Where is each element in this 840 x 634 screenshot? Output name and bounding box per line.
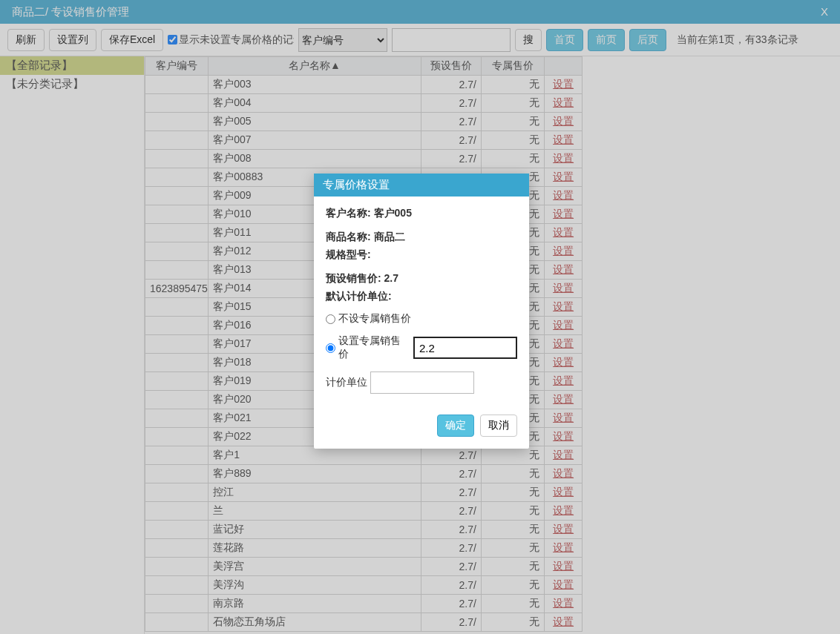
radio-yes-label: 设置专属销售价 <box>338 334 410 361</box>
set-price-link[interactable]: 设置 <box>553 189 574 201</box>
set-price-link[interactable]: 设置 <box>553 152 574 164</box>
cell-exclusive: 无 <box>481 521 544 539</box>
cell-id <box>145 539 209 558</box>
cell-id <box>145 205 209 224</box>
set-price-link[interactable]: 设置 <box>553 282 574 294</box>
set-price-link[interactable]: 设置 <box>553 263 574 275</box>
cell-action: 设置 <box>545 242 583 261</box>
sidebar: 【全部记录】【未分类记录】 <box>0 56 145 634</box>
set-price-link[interactable]: 设置 <box>553 78 574 90</box>
cell-id <box>145 576 209 595</box>
cell-action: 设置 <box>545 335 583 354</box>
set-price-link[interactable]: 设置 <box>553 412 574 423</box>
set-price-link[interactable]: 设置 <box>553 467 574 479</box>
cell-name: 客户007 <box>209 131 421 150</box>
set-price-link[interactable]: 设置 <box>553 96 574 108</box>
col-header-excl[interactable]: 专属售价 <box>481 57 544 76</box>
modal-footer: 确定 取消 <box>314 410 529 449</box>
exclusive-price-input[interactable] <box>413 337 517 359</box>
cell-action: 设置 <box>545 317 583 335</box>
set-price-link[interactable]: 设置 <box>553 541 574 553</box>
sidebar-item[interactable]: 【全部记录】 <box>0 56 144 75</box>
col-header-preset[interactable]: 预设售价 <box>421 57 481 76</box>
col-header-name[interactable]: 名户名称▲ <box>209 57 421 76</box>
set-price-link[interactable]: 设置 <box>553 486 574 498</box>
set-price-link[interactable]: 设置 <box>553 560 574 572</box>
table-row: 客户0032.7/无设置 <box>145 76 583 94</box>
set-price-link[interactable]: 设置 <box>553 319 574 331</box>
search-button[interactable]: 搜 <box>515 29 542 51</box>
cell-action: 设置 <box>545 521 583 539</box>
set-price-link[interactable]: 设置 <box>553 356 574 368</box>
table-row: 控江2.7/无设置 <box>145 483 583 502</box>
cell-exclusive: 无 <box>481 465 544 483</box>
show-unset-checkbox[interactable] <box>168 35 177 44</box>
table-row: 客户0072.7/无设置 <box>145 131 583 150</box>
cell-preset: 2.7/ <box>421 465 481 483</box>
ok-button[interactable]: 确定 <box>437 415 474 437</box>
cell-action: 设置 <box>545 280 583 298</box>
cell-preset: 2.7/ <box>421 113 481 131</box>
cell-name: 客户003 <box>209 76 421 94</box>
refresh-button[interactable]: 刷新 <box>7 29 45 51</box>
cell-exclusive: 无 <box>481 94 544 113</box>
set-price-link[interactable]: 设置 <box>553 578 574 590</box>
set-price-link[interactable]: 设置 <box>553 245 574 257</box>
set-price-link[interactable]: 设置 <box>553 337 574 349</box>
cancel-button[interactable]: 取消 <box>480 415 517 437</box>
set-price-link[interactable]: 设置 <box>553 393 574 405</box>
show-unset-checkbox-label[interactable]: 显示未设置专属价格的记录 <box>168 33 294 47</box>
save-excel-button[interactable]: 保存Excel <box>101 29 163 51</box>
sidebar-item[interactable]: 【未分类记录】 <box>0 75 144 93</box>
cell-id <box>145 465 209 483</box>
modal-title: 专属价格设置 <box>314 174 529 197</box>
toolbar: 刷新 设置列 保存Excel 显示未设置专属价格的记录 客户编号 搜 首页 前页… <box>0 24 840 56</box>
set-price-link[interactable]: 设置 <box>553 430 574 442</box>
set-price-link[interactable]: 设置 <box>553 171 574 182</box>
default-unit-label: 默认计价单位: <box>326 290 392 302</box>
unit-input[interactable] <box>370 372 474 394</box>
cell-name: 客户004 <box>209 94 421 113</box>
table-row: 客户0052.7/无设置 <box>145 113 583 131</box>
radio-no-exclusive[interactable] <box>326 314 335 324</box>
cell-action: 设置 <box>545 168 583 187</box>
set-price-link[interactable]: 设置 <box>553 115 574 127</box>
set-price-link[interactable]: 设置 <box>553 615 574 627</box>
search-field-select[interactable]: 客户编号 <box>298 28 387 52</box>
set-price-link[interactable]: 设置 <box>553 208 574 219</box>
cell-name: 美浮沟 <box>209 576 421 595</box>
set-price-link[interactable]: 设置 <box>553 449 574 460</box>
cell-id <box>145 335 209 354</box>
next-page-button[interactable]: 后页 <box>629 29 666 51</box>
cell-id <box>145 428 209 446</box>
table-row: 客户8892.7/无设置 <box>145 465 583 483</box>
cell-name: 控江 <box>209 483 421 502</box>
cell-id <box>145 94 209 113</box>
modal-body: 客户名称: 客户005 商品名称: 商品二 规格型号: 预设销售价: 2.7 默… <box>314 197 529 410</box>
cell-action: 设置 <box>545 391 583 409</box>
radio-set-exclusive[interactable] <box>326 343 335 353</box>
set-price-link[interactable]: 设置 <box>553 597 574 609</box>
search-input[interactable] <box>392 28 511 52</box>
cell-name: 客户005 <box>209 113 421 131</box>
cell-action: 设置 <box>545 483 583 502</box>
first-page-button[interactable]: 首页 <box>546 29 583 51</box>
cell-action: 设置 <box>545 446 583 465</box>
cell-preset: 2.7/ <box>421 483 481 502</box>
prev-page-button[interactable]: 前页 <box>588 29 625 51</box>
cell-id <box>145 150 209 168</box>
set-columns-button[interactable]: 设置列 <box>49 29 96 51</box>
col-header-id[interactable]: 客户编号 <box>145 57 209 76</box>
cell-exclusive: 无 <box>481 76 544 94</box>
set-price-link[interactable]: 设置 <box>553 504 574 516</box>
cell-action: 设置 <box>545 94 583 113</box>
cell-action: 设置 <box>545 428 583 446</box>
set-price-link[interactable]: 设置 <box>553 300 574 312</box>
customer-label: 客户名称: <box>326 207 371 219</box>
set-price-link[interactable]: 设置 <box>553 374 574 386</box>
cell-preset: 2.7/ <box>421 521 481 539</box>
set-price-link[interactable]: 设置 <box>553 523 574 535</box>
set-price-link[interactable]: 设置 <box>553 133 574 145</box>
set-price-link[interactable]: 设置 <box>553 226 574 238</box>
close-icon[interactable]: X <box>821 0 828 24</box>
